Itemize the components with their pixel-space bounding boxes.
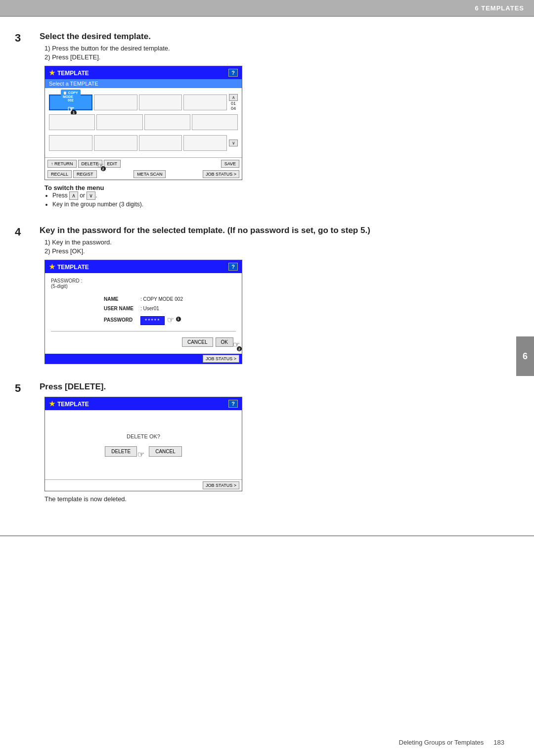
- screen-body-1: 📋 COPY MODE 002 ☞ 1 ∧: [45, 88, 242, 157]
- switch-bullet-1: Press ∧ or ∨.: [52, 191, 504, 200]
- template-grid-row2: [49, 114, 238, 130]
- screen-header-1: ★TEMPLATE ?: [45, 66, 242, 79]
- switch-bullets: Press ∧ or ∨. Key in the group number (3…: [52, 191, 504, 208]
- star-icon-2: ★: [49, 263, 55, 271]
- save-button[interactable]: SAVE: [221, 160, 239, 168]
- job-status-button-3[interactable]: JOB STATUS >: [203, 481, 239, 489]
- help-button-1[interactable]: ?: [228, 69, 238, 77]
- pwd-field-value: ***** ☞ 1: [137, 314, 186, 326]
- template-cell-2-3[interactable]: [144, 114, 190, 130]
- username-row: USER NAME : User01: [101, 304, 186, 313]
- template-cell-1-2[interactable]: [94, 94, 137, 110]
- delete-ok-text: DELETE OK?: [127, 433, 160, 439]
- hand-cursor-2: ☞: [167, 316, 174, 324]
- scroll-down-btn[interactable]: ∨: [229, 140, 238, 146]
- down-key: ∨: [87, 191, 95, 200]
- step-3-sub2: 2) Press [DELETE].: [44, 53, 504, 61]
- job-status-button-2[interactable]: JOB STATUS >: [203, 355, 239, 363]
- scroll-up-btn[interactable]: ∧: [229, 94, 238, 101]
- delete-buttons: DELETE ☞ CANCEL: [105, 446, 181, 457]
- password-field-table: NAME : COPY MODE 002 USER NAME : User01 …: [100, 294, 187, 327]
- side-tab-number: 6: [516, 336, 534, 376]
- template-cell-3-1[interactable]: [49, 135, 92, 151]
- copy-mode-icon: 📋 COPY MODE 002: [61, 90, 81, 103]
- page-footer: Deleting Groups or Templates 183: [399, 739, 504, 746]
- screen-bottom-btns-row1: ↑ RETURN DELETE☞2 EDIT SAVE: [45, 157, 242, 169]
- help-button-2[interactable]: ?: [228, 263, 238, 271]
- return-button[interactable]: ↑ RETURN: [47, 160, 77, 168]
- delete-screen-body: DELETE OK? DELETE ☞ CANCEL: [45, 410, 242, 479]
- template-cell-1-4[interactable]: [183, 94, 227, 110]
- password-label: PASSWORD : (5-digit): [51, 278, 236, 289]
- password-row: PASSWORD ***** ☞ 1: [101, 314, 186, 326]
- step-3-number: 3: [15, 32, 21, 45]
- step-4-number: 4: [15, 226, 21, 238]
- screen-template-select: ★TEMPLATE ? Select a TEMPLATE 📋 COPY MOD…: [44, 66, 242, 180]
- pwd-divider: [51, 331, 236, 331]
- step-4-title: Key in the password for the selected tem…: [40, 226, 504, 236]
- grid-row-1: 📋 COPY MODE 002 ☞ 1 ∧: [49, 92, 238, 113]
- step-4-sub2: 2) Press [OK].: [44, 247, 504, 255]
- screen-bottom-btns-row2: RECALL REGIST META SCAN JOB STATUS >: [45, 169, 242, 180]
- template-cell-3-4[interactable]: [183, 135, 227, 151]
- template-cell-1-3[interactable]: [139, 94, 182, 110]
- delete-button-2[interactable]: DELETE ☞: [105, 446, 137, 457]
- recall-button[interactable]: RECALL: [47, 170, 72, 178]
- screen-header-2: ★TEMPLATE ?: [45, 260, 242, 273]
- footer-right: 183: [493, 739, 504, 746]
- switch-title: To switch the menu: [44, 184, 504, 191]
- grid-row-3: ∨: [49, 133, 238, 153]
- cancel-button-2[interactable]: CANCEL: [182, 337, 213, 347]
- edit-button[interactable]: EDIT: [104, 160, 121, 168]
- username-value: : User01: [137, 304, 186, 313]
- template-cell-2-1[interactable]: [49, 114, 95, 130]
- step-4: 4 Key in the password for the selected t…: [40, 226, 504, 364]
- password-buttons: CANCEL OK ☞ 2: [51, 335, 236, 349]
- bottom-note: The template is now deleted.: [44, 495, 504, 503]
- step-5-number: 5: [15, 382, 21, 395]
- regist-button[interactable]: REGIST: [73, 170, 97, 178]
- meta-scan-button[interactable]: META SCAN: [134, 170, 166, 178]
- step-3: 3 Select the desired template. 1) Press …: [40, 32, 504, 208]
- cancel-button-3[interactable]: CANCEL: [149, 446, 182, 457]
- switch-menu-note: To switch the menu Press ∧ or ∨. Key in …: [44, 184, 504, 208]
- screen-delete-confirm: ★TEMPLATE ? DELETE OK? DELETE ☞ CANCEL J…: [44, 397, 242, 491]
- template-cell-3-2[interactable]: [94, 135, 137, 151]
- name-value: : COPY MODE 002: [137, 295, 186, 303]
- top-header: 6 TEMPLATES: [0, 0, 534, 16]
- page-num-top: 01: [231, 101, 236, 106]
- template-cell-active[interactable]: 📋 COPY MODE 002 ☞ 1: [49, 94, 92, 110]
- help-button-3[interactable]: ?: [228, 400, 238, 408]
- step-4-sub1: 1) Key in the password.: [44, 238, 504, 246]
- hand-cursor-4: ☞: [137, 450, 144, 459]
- template-cell-3-3[interactable]: [139, 135, 182, 151]
- switch-bullet-2: Key in the group number (3 digits).: [52, 201, 504, 208]
- step-5-title: Press [DELETE].: [40, 382, 504, 392]
- step-3-sub1: 1) Press the button for the desired temp…: [44, 45, 504, 52]
- pwd-field-label: PASSWORD: [101, 314, 136, 326]
- badge-2: 1: [176, 317, 181, 322]
- star-icon-3: ★: [49, 400, 55, 408]
- name-row: NAME : COPY MODE 002: [101, 295, 186, 303]
- screen-subheader-1: Select a TEMPLATE: [45, 79, 242, 88]
- section-label: 6 TEMPLATES: [475, 4, 524, 12]
- footer-left: Deleting Groups or Templates: [399, 739, 484, 746]
- job-status-button-1[interactable]: JOB STATUS >: [203, 170, 239, 178]
- delete-button-1[interactable]: DELETE☞2: [78, 160, 102, 168]
- job-status-row-3: JOB STATUS >: [45, 479, 242, 491]
- star-icon: ★: [49, 69, 55, 77]
- template-grid-row1: 📋 COPY MODE 002 ☞ 1: [49, 94, 227, 110]
- job-status-bar-2: JOB STATUS >: [45, 354, 242, 364]
- ok-button[interactable]: OK ☞ 2: [216, 337, 233, 347]
- password-screen-body: PASSWORD : (5-digit) NAME : COPY MODE 00…: [45, 273, 242, 354]
- password-input[interactable]: *****: [140, 316, 165, 325]
- username-label: USER NAME: [101, 304, 136, 313]
- step-3-title: Select the desired template.: [40, 32, 504, 42]
- step-5: 5 Press [DELETE]. ★TEMPLATE ? DELETE OK?…: [40, 382, 504, 503]
- name-label: NAME: [101, 295, 136, 303]
- template-cell-2-2[interactable]: [96, 114, 142, 130]
- screen-header-3: ★TEMPLATE ?: [45, 397, 242, 410]
- badge-3: 2: [237, 346, 242, 351]
- template-cell-2-4[interactable]: [192, 114, 238, 130]
- up-key: ∧: [69, 191, 78, 200]
